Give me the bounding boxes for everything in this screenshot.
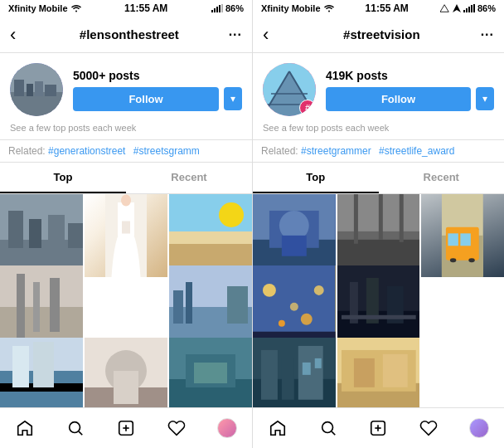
svg-line-112	[332, 431, 335, 435]
profile-section-1: 5000+ posts Follow ▾	[0, 53, 252, 123]
svg-rect-48	[194, 363, 227, 383]
back-button-2[interactable]: ‹	[263, 24, 283, 46]
grid-cell-2-2[interactable]	[337, 194, 420, 277]
carrier-1: Xfinity Mobile	[8, 3, 68, 13]
svg-rect-9	[27, 84, 33, 96]
wifi-icon-1	[71, 4, 81, 12]
svg-rect-24	[169, 231, 252, 244]
more-button-1[interactable]: ···	[229, 27, 242, 42]
svg-point-54	[328, 11, 330, 12]
grid-cell-1-6[interactable]	[0, 338, 83, 407]
grid-cell-2-6[interactable]	[253, 338, 336, 407]
tabs-2: Top Recent	[253, 163, 504, 194]
svg-rect-1	[211, 10, 213, 12]
tab-top-2[interactable]: Top	[253, 163, 379, 193]
add-icon-1[interactable]	[115, 417, 137, 439]
search-icon-1[interactable]	[65, 417, 86, 439]
grid-cell-2-3[interactable]	[421, 194, 504, 277]
home-icon-2[interactable]	[267, 417, 288, 439]
grid-cell-1-7[interactable]	[85, 338, 167, 407]
avatar-2: #	[263, 63, 316, 116]
svg-rect-3	[216, 7, 218, 12]
svg-rect-84	[450, 258, 456, 262]
grid-cell-2-1[interactable]	[253, 194, 336, 277]
wifi-icon-2	[324, 4, 334, 12]
more-button-2[interactable]: ···	[481, 27, 494, 42]
svg-rect-104	[303, 363, 311, 375]
follow-dropdown-2[interactable]: ▾	[476, 87, 494, 110]
page-title-1: #lensonthestreet	[30, 27, 229, 41]
photo-grid-2	[253, 194, 504, 407]
location-icon-2	[453, 4, 461, 12]
profile-info-2: 419K posts Follow ▾	[326, 69, 494, 111]
svg-rect-28	[17, 274, 25, 340]
svg-point-49	[70, 422, 80, 433]
svg-rect-60	[471, 5, 472, 12]
svg-rect-33	[173, 290, 183, 324]
heart-icon-2[interactable]	[418, 417, 439, 439]
grid-cell-2-7[interactable]	[337, 338, 420, 407]
heart-icon-1[interactable]	[166, 417, 187, 439]
tab-top-1[interactable]: Top	[0, 163, 126, 193]
search-icon-2[interactable]	[317, 417, 339, 439]
add-icon-2[interactable]	[367, 417, 389, 439]
related-tag-1-0[interactable]: #generationstreet	[48, 145, 125, 157]
panel-streetvision: Xfinity Mobile 11:55 AM 86%	[252, 0, 504, 448]
profile-icon-2[interactable]	[468, 417, 490, 439]
grid-cell-1-8[interactable]	[169, 338, 252, 407]
svg-point-91	[301, 314, 313, 325]
svg-rect-30	[50, 278, 60, 332]
bottom-nav-1	[0, 407, 252, 448]
svg-line-50	[79, 431, 82, 435]
tab-recent-1[interactable]: Recent	[126, 163, 252, 193]
back-button-1[interactable]: ‹	[10, 24, 30, 46]
svg-marker-56	[453, 4, 461, 12]
svg-rect-101	[261, 350, 278, 400]
svg-rect-10	[35, 81, 43, 96]
svg-rect-57	[463, 10, 465, 12]
svg-rect-77	[378, 194, 382, 240]
nav-bar-1: ‹ #lensonthestreet ···	[0, 17, 252, 53]
home-icon-1[interactable]	[14, 417, 36, 439]
svg-rect-102	[282, 358, 294, 400]
photo-grid-1	[0, 194, 252, 407]
svg-rect-85	[469, 258, 475, 262]
grid-cell-2-4[interactable]	[253, 265, 336, 348]
svg-rect-78	[399, 194, 403, 242]
svg-rect-39	[12, 346, 29, 387]
status-right-2: 86%	[440, 3, 496, 13]
svg-point-111	[322, 422, 333, 433]
related-tag-1-1[interactable]: #streetsgramm	[133, 145, 200, 157]
svg-rect-34	[186, 282, 192, 324]
svg-rect-44	[114, 371, 138, 404]
grid-cell-1-1[interactable]	[0, 194, 83, 277]
follow-button-2[interactable]: Follow	[326, 87, 471, 111]
svg-rect-4	[219, 5, 220, 12]
see-top-text-1: See a few top posts each week	[0, 123, 252, 139]
profile-section-2: # 419K posts Follow ▾	[253, 53, 504, 123]
svg-point-89	[314, 285, 324, 295]
svg-rect-40	[33, 342, 54, 387]
status-bar-1: Xfinity Mobile 11:55 AM 86%	[0, 0, 252, 17]
related-tag-2-1[interactable]: #streetlife_award	[379, 145, 454, 157]
svg-point-0	[75, 11, 77, 12]
tab-recent-2[interactable]: Recent	[379, 163, 505, 193]
grid-cell-1-5[interactable]	[169, 265, 252, 348]
signal-icon-1	[211, 4, 223, 12]
grid-cell-1-3[interactable]	[169, 194, 252, 277]
follow-dropdown-1[interactable]: ▾	[224, 87, 242, 110]
svg-rect-2	[214, 8, 216, 12]
profile-icon-1[interactable]	[216, 417, 238, 439]
follow-button-1[interactable]: Follow	[73, 87, 219, 111]
related-bar-2: Related: #streetgrammer #streetlife_awar…	[253, 139, 504, 163]
related-bar-1: Related: #generationstreet #streetsgramm	[0, 139, 252, 163]
grid-cell-2-5[interactable]	[337, 265, 420, 348]
panel-lensonthestreet: Xfinity Mobile 11:55 AM 86% ‹ #lensonthe…	[0, 0, 252, 448]
related-tag-2-0[interactable]: #streetgrammer	[301, 145, 371, 157]
svg-rect-21	[122, 222, 130, 234]
svg-rect-105	[315, 358, 322, 368]
svg-rect-17	[68, 223, 83, 248]
grid-cell-1-4[interactable]	[0, 265, 83, 348]
grid-cell-1-2[interactable]	[85, 194, 167, 277]
see-top-text-2: See a few top posts each week	[253, 123, 504, 139]
